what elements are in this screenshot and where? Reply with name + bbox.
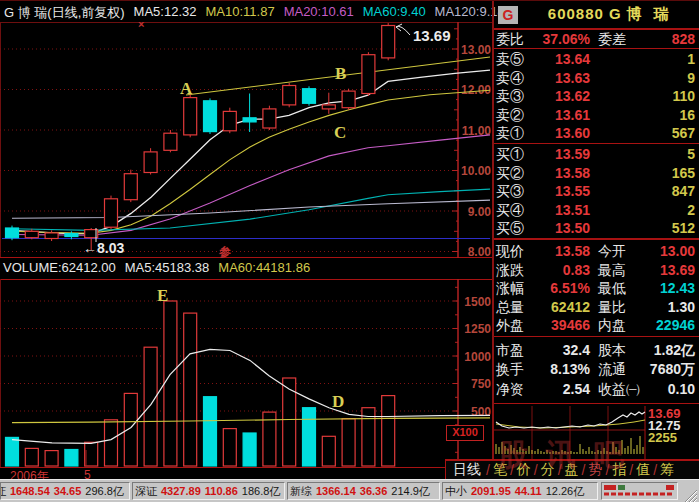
ask-price: 13.62 [532,87,590,106]
annotation-can-marker: 参 [218,245,231,258]
market-meter [601,482,678,500]
tab-fen[interactable]: 分 [541,461,555,479]
info-value: 12.43 [660,279,695,298]
volume-bar [223,429,236,466]
bid-price: 13.59 [532,145,590,164]
tab-day-kline[interactable]: 日线 [453,461,481,479]
candle-body [65,234,78,237]
info-value: 6.51% [532,279,590,298]
index-segment-zhongxiao[interactable]: 中小 2091.95 44.11 12.26亿 [442,482,598,500]
bid-price: 13.55 [532,182,590,201]
ask-row-5[interactable]: 卖⑤ 13.64 1 [494,50,699,69]
volume-vma60 [12,418,490,423]
tab-bi[interactable]: 笔 [493,461,507,479]
candle-body [105,199,118,227]
annotation-B: B [335,64,346,83]
bid-row-4[interactable]: 买④ 13.51 2 [494,201,699,220]
index-segment-xinzong[interactable]: 新综 1366.14 36.36 214.9亿 [287,482,440,500]
quote-info-block: 现价 13.58 今开 13.00 涨跌 0.83 最高 13.69 涨幅 6.… [494,242,699,335]
ask-row-2[interactable]: 卖② 13.61 16 [494,106,699,125]
annotation-x-marker: × [138,22,144,30]
annotation-A: A [180,79,193,98]
index-name: 中小 [445,484,467,499]
volume-bar [164,301,177,466]
ask-row-3[interactable]: 卖③ 13.62 110 [494,87,699,106]
index-turnover: 186.8亿 [242,484,281,499]
candle-body [45,233,58,239]
bid-row-1[interactable]: 买① 13.59 5 [494,145,699,164]
tab-zhi2[interactable]: 值 [636,461,650,479]
volume-ma60-value: MA60:44181.86 [218,260,310,275]
tab-separator: / [486,462,490,478]
candle-body [362,55,375,94]
tab-zhi[interactable]: 指 [612,461,626,479]
bid-volume: 512 [672,219,695,238]
tab-shi-active[interactable]: 势 [588,461,602,479]
index-segment-shanghai[interactable]: 上证 1648.54 34.65 296.8亿 [0,482,130,500]
volume-axis-label: 1250 [464,322,491,336]
ask-queue: 卖⑤ 13.64 1 卖④ 13.63 9 卖③ 13.62 110 卖② 13… [494,50,699,143]
bid-volume: 2 [687,201,695,220]
volume-axis-label: 1500 [464,295,491,309]
fin-label: 收益㈠ [598,380,640,400]
tab-pan[interactable]: 盘 [565,461,579,479]
volume-ma5-value: MA5:45183.38 [125,260,210,275]
bid-row-2[interactable]: 买② 13.58 165 [494,164,699,183]
resize-grip[interactable] [682,487,698,502]
info-value: 22946 [656,316,695,335]
ask-price: 13.63 [532,69,590,88]
market-status-bar: 上证 1648.54 34.65 296.8亿 深证 4327.89 110.8… [0,479,699,502]
fundamentals-block: 市盈 32.4 股本 1.82亿 换手 8.13% 流通 7680万 净资 2.… [494,341,699,399]
info-value: 0.83 [532,261,590,280]
info-row: 外盘 39466 内盘 22946 [494,316,699,335]
info-row: 总量 62412 量比 1.30 [494,298,699,317]
volume-vma5 [12,349,490,443]
bid-queue: 买① 13.59 5 买② 13.58 165 买③ 13.55 847 买④ … [494,145,699,238]
candle-body [164,133,177,150]
ma20-value: MA20:10.61 [284,4,354,22]
ma-line-ma20 [12,135,490,235]
volume-bar [25,448,38,466]
ask-row-1[interactable]: 卖① 13.60 567 [494,124,699,143]
volume-chart[interactable]: 150012501000750500ED [0,279,492,467]
bid-row-3[interactable]: 买③ 13.55 847 [494,182,699,201]
candle-body [25,231,38,237]
annotation-D: D [332,392,344,411]
mini-volume-label: 2255 [648,430,677,445]
weibi-value: 37.06% [532,30,590,49]
volume-bar [243,433,256,466]
volume-bar [342,419,355,466]
quote-panel-header: G 600880 G 博 瑞 [494,1,699,28]
fin-value: 8.13% [532,360,590,380]
info-label: 量比 [598,298,626,317]
price-axis-label: 13.00 [461,43,491,57]
ma60-value: MA60:9.40 [363,4,426,22]
ask-label: 卖① [496,124,524,143]
intraday-mini-chart[interactable]: 13.6912.752255 [494,406,699,459]
fin-label: 换手 [496,360,524,380]
fin-value: 0.10 [668,380,695,400]
ask-label: 卖⑤ [496,50,524,69]
candle-body [382,26,395,58]
info-label: 现价 [496,242,524,261]
ask-label: 卖④ [496,69,524,88]
tab-jia[interactable]: 价 [517,461,531,479]
candlestick-chart[interactable]: 13.0012.0011.0010.009.008.00ABC←8.0313.6… [0,22,492,258]
ask-row-4[interactable]: 卖④ 13.63 9 [494,69,699,88]
volume-header: VOLUME:62412.00 MA5:45183.38 MA60:44181.… [3,260,310,275]
ask-price: 13.61 [532,106,590,125]
tab-separator: / [582,462,586,478]
annotation-high-13-69: 13.69 [413,27,451,44]
tab-separator: / [510,462,514,478]
volume-bar [184,313,197,466]
ask-volume: 110 [672,87,695,106]
index-segment-shenzhen[interactable]: 深证 4327.89 110.86 186.8亿 [132,482,285,500]
bid-label: 买⑤ [496,219,524,238]
index-turnover: 12.26亿 [546,484,585,499]
info-value: 13.00 [660,242,695,261]
bid-row-5[interactable]: 买⑤ 13.50 512 [494,219,699,238]
volume-bar [45,451,58,466]
price-axis-label: 8.00 [468,245,492,258]
tab-chou[interactable]: 筹 [660,461,674,479]
info-value: 62412 [532,298,590,317]
